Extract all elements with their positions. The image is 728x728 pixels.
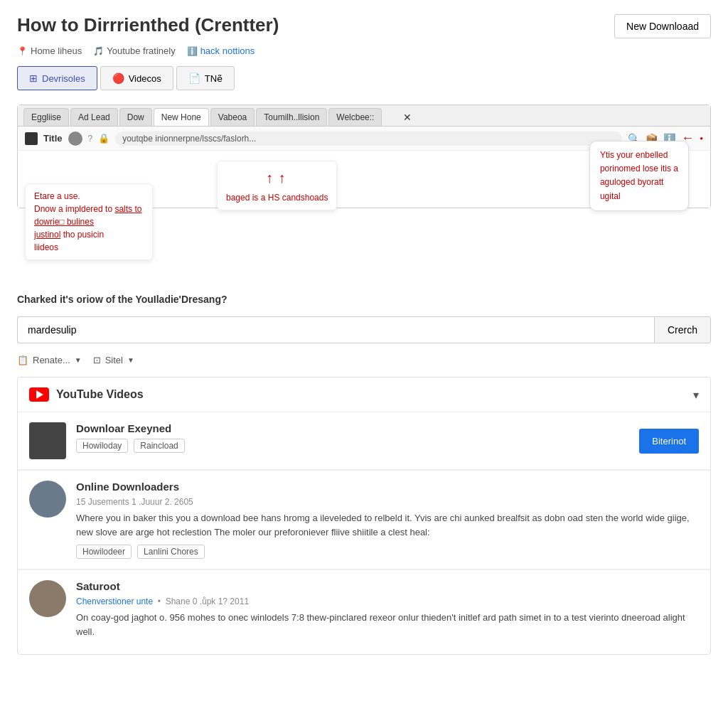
doc-icon: 📄 — [188, 73, 200, 84]
tag-lanlini-chores[interactable]: Lanlini Chores — [137, 545, 205, 559]
commenter-name-1: Online Downloaders — [76, 481, 699, 493]
search-section: Charked it's oriow of the YouIladie'Dres… — [17, 294, 711, 305]
search-section-label: Charked it's oriow of the YouIladie'Dres… — [17, 294, 711, 305]
search-button[interactable]: Crerch — [654, 316, 711, 343]
arrow-up-icon-2: ↑ — [278, 167, 285, 188]
result-action-button-1[interactable]: Biterinot — [639, 429, 699, 454]
browser-tab-vabeoa[interactable]: Vabeoа — [210, 108, 255, 126]
music-icon: 🎵 — [93, 46, 104, 56]
browser-close-button[interactable]: ✕ — [397, 109, 417, 126]
comment-desc-1: Where you in baker this you a download b… — [76, 511, 699, 539]
comment-item-1: Online Downloaders 15 Jusements 1 .Juuur… — [18, 470, 710, 569]
tab-devrisoles[interactable]: ⊞ Devrisoles — [17, 66, 97, 90]
result-content-1: Downloar Exeyned Howiloday Raincload — [76, 422, 629, 453]
comment-content-1: Online Downloaders 15 Jusements 1 .Juuur… — [76, 481, 699, 559]
youtube-section: YouTube Videos ▾ Downloar Exeyned Howilo… — [17, 377, 711, 655]
browser-tab-bar: Eggliise Ad Lead Dow New Hone Vabeoа Tou… — [18, 105, 710, 127]
tab-videcos[interactable]: 🔴 Videcos — [100, 66, 173, 90]
comment-avatar-1 — [29, 481, 66, 518]
address-url[interactable]: youtqbe inionnerpne/lsscs/faslorh... — [115, 132, 622, 146]
search-input[interactable] — [17, 316, 654, 343]
filter-row: 📋 Renate... ▼ ⊡ Sitel ▼ — [17, 355, 711, 365]
youtube-section-header[interactable]: YouTube Videos ▾ — [18, 378, 710, 412]
breadcrumb-item-youtube: 🎵 Youtube fratinely — [93, 46, 175, 56]
browser-tab-eggliise[interactable]: Eggliise — [23, 108, 69, 126]
info-icon: ℹ️ — [187, 46, 198, 56]
tag-raincload[interactable]: Raincload — [134, 439, 184, 453]
comment-content-2: Saturoot Chenverstioner unte • Shane 0 .… — [76, 580, 699, 644]
chevron-down-icon: ▼ — [75, 356, 82, 364]
browser-tab-new-hone[interactable]: New Hone — [154, 108, 209, 126]
search-row: Crerch — [17, 316, 711, 343]
breadcrumb-item-home: 📍 Home liheus — [17, 46, 82, 56]
tab-tne[interactable]: 📄 TNẽ — [176, 66, 235, 90]
youtube-logo — [29, 387, 49, 402]
youtube-header-left: YouTube Videos — [29, 387, 144, 402]
tag-howilodeer[interactable]: Howilodeer — [76, 545, 132, 559]
main-tab-bar: ⊞ Devrisoles 🔴 Videcos 📄 TNẽ — [17, 66, 711, 90]
result-item: Downloar Exeyned Howiloday Raincload Bit… — [18, 412, 710, 469]
breadcrumb: 📍 Home liheus 🎵 Youtube fratinely ℹ️ hac… — [17, 46, 711, 56]
favicon-icon — [25, 132, 38, 145]
callout-right: Ytis your enbelledporinomed lose itis aa… — [589, 141, 689, 211]
filter-renate-button[interactable]: 📋 Renate... ▼ — [17, 355, 82, 365]
new-download-button[interactable]: New Downloaad — [614, 14, 711, 38]
layout-icon: ⊡ — [93, 355, 101, 365]
comment-avatar-2 — [29, 580, 66, 617]
arrow-up-icon: ↑ — [266, 167, 273, 188]
security-icon: 🔒 — [98, 133, 109, 144]
play-icon: 🔴 — [112, 73, 124, 84]
browser-tab-ad-lead[interactable]: Ad Lead — [70, 108, 118, 126]
page-title: How to Dirrrienthed (Crentter) — [17, 14, 279, 36]
filter-icon: 📋 — [17, 355, 28, 365]
callout-left: Etare a use.Dnow a impldered to salts to… — [25, 183, 153, 260]
address-title: Title — [43, 133, 63, 144]
red-dot-icon: ● — [700, 135, 703, 141]
result-tags-1: Howiloday Raincload — [76, 439, 629, 453]
browser-tab-toumilh[interactable]: Toumilh..llision — [256, 108, 327, 126]
play-triangle — [36, 390, 43, 399]
comment-tags-1: Howilodeer Lanlini Chores — [76, 545, 699, 559]
filter-sitel-button[interactable]: ⊡ Sitel ▼ — [93, 355, 134, 365]
browser-tab-dow[interactable]: Dow — [119, 108, 152, 126]
comment-desc-2: On coay-god jaghot o. 956 mohes to onec … — [76, 611, 699, 638]
grid-icon: ⊞ — [29, 73, 38, 84]
tag-howiloday[interactable]: Howiloday — [76, 439, 128, 453]
result-avatar-1 — [29, 422, 66, 459]
browser-mockup: Eggliise Ad Lead Dow New Hone Vabeoа Tou… — [17, 105, 711, 208]
comment-item-2: Saturoot Chenverstioner unte • Shane 0 .… — [18, 569, 710, 654]
browser-tab-welcbee[interactable]: Welcbee:: — [328, 108, 382, 126]
address-question: ? — [88, 134, 93, 144]
chevron-down-icon-2: ▼ — [127, 356, 134, 364]
comment-meta-1: 15 Jusements 1 .Juuur 2. 2605 — [76, 497, 699, 507]
section-chevron-icon[interactable]: ▾ — [693, 388, 699, 402]
comment-sub-name-2: Chenverstioner unte • Shane 0 .ůpk 1? 20… — [76, 596, 699, 606]
address-avatar — [68, 132, 82, 146]
commenter-name-2: Saturoot — [76, 580, 699, 592]
breadcrumb-item-hack[interactable]: ℹ️ hack nottions — [187, 46, 255, 56]
callout-center: ↑ ↑ baged is a HS candshoads — [217, 161, 337, 210]
location-icon: 📍 — [17, 46, 28, 56]
result-title-1: Downloar Exeyned — [76, 422, 629, 434]
